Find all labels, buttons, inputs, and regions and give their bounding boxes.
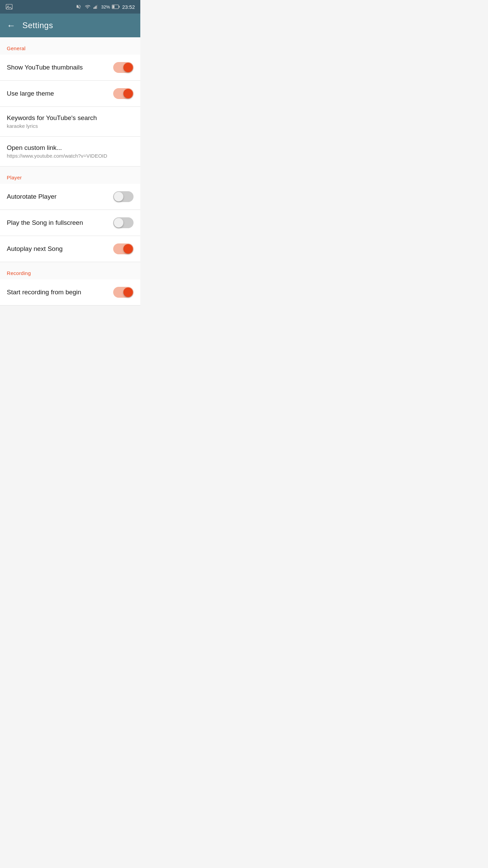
settings-item-open-custom-link[interactable]: Open custom link...https://www.youtube.c… bbox=[0, 137, 140, 166]
svg-rect-3 bbox=[95, 6, 96, 9]
settings-content: GeneralShow YouTube thumbnailsUse large … bbox=[0, 37, 140, 305]
status-bar-right: 32% 23:52 bbox=[75, 4, 135, 10]
item-text-start-recording: Start recording from begin bbox=[7, 289, 113, 296]
item-title-use-large-theme: Use large theme bbox=[7, 90, 113, 97]
app-bar: ← Settings bbox=[0, 14, 140, 37]
mute-icon bbox=[75, 4, 82, 9]
toggle-track-show-thumbnails bbox=[113, 62, 134, 73]
item-title-open-custom-link: Open custom link... bbox=[7, 144, 134, 152]
settings-item-play-fullscreen[interactable]: Play the Song in fullscreen bbox=[0, 210, 140, 236]
app-bar-title: Settings bbox=[22, 21, 53, 30]
item-text-play-fullscreen: Play the Song in fullscreen bbox=[7, 219, 113, 226]
svg-rect-7 bbox=[113, 5, 115, 8]
item-text-use-large-theme: Use large theme bbox=[7, 90, 113, 97]
toggle-track-use-large-theme bbox=[113, 88, 134, 99]
item-title-autoplay-next: Autoplay next Song bbox=[7, 245, 113, 253]
item-text-autorotate-player: Autorotate Player bbox=[7, 193, 113, 200]
item-text-open-custom-link: Open custom link...https://www.youtube.c… bbox=[7, 144, 134, 159]
battery-percentage: 32% bbox=[101, 4, 110, 9]
toggle-thumb-autorotate-player bbox=[114, 192, 123, 201]
svg-rect-8 bbox=[119, 6, 120, 7]
toggle-play-fullscreen[interactable] bbox=[113, 217, 134, 228]
toggle-start-recording[interactable] bbox=[113, 287, 134, 298]
toggle-track-autorotate-player bbox=[113, 191, 134, 202]
item-title-start-recording: Start recording from begin bbox=[7, 289, 113, 296]
settings-item-keywords-search[interactable]: Keywords for YouTube's searchkaraoke lyr… bbox=[0, 107, 140, 137]
toggle-thumb-play-fullscreen bbox=[114, 218, 123, 228]
wifi-icon bbox=[84, 4, 91, 9]
item-title-keywords-search: Keywords for YouTube's search bbox=[7, 114, 134, 122]
section-header-recording: Recording bbox=[0, 262, 140, 279]
item-title-play-fullscreen: Play the Song in fullscreen bbox=[7, 219, 113, 226]
svg-rect-4 bbox=[96, 6, 97, 9]
item-text-keywords-search: Keywords for YouTube's searchkaraoke lyr… bbox=[7, 114, 134, 129]
settings-item-start-recording[interactable]: Start recording from begin bbox=[0, 279, 140, 305]
item-text-show-thumbnails: Show YouTube thumbnails bbox=[7, 64, 113, 71]
photo-icon bbox=[5, 3, 13, 11]
toggle-use-large-theme[interactable] bbox=[113, 88, 134, 99]
section-header-general: General bbox=[0, 37, 140, 55]
toggle-track-autoplay-next bbox=[113, 243, 134, 254]
toggle-autoplay-next[interactable] bbox=[113, 243, 134, 254]
svg-rect-5 bbox=[97, 5, 98, 9]
toggle-thumb-use-large-theme bbox=[123, 89, 133, 98]
toggle-show-thumbnails[interactable] bbox=[113, 62, 134, 73]
toggle-thumb-autoplay-next bbox=[123, 244, 133, 254]
toggle-thumb-show-thumbnails bbox=[123, 63, 133, 72]
settings-item-autorotate-player[interactable]: Autorotate Player bbox=[0, 184, 140, 210]
toggle-thumb-start-recording bbox=[123, 288, 133, 297]
settings-item-show-thumbnails[interactable]: Show YouTube thumbnails bbox=[0, 55, 140, 81]
status-bar: 32% 23:52 bbox=[0, 0, 140, 14]
back-button[interactable]: ← bbox=[7, 20, 16, 31]
toggle-track-play-fullscreen bbox=[113, 217, 134, 228]
item-text-autoplay-next: Autoplay next Song bbox=[7, 245, 113, 253]
svg-point-1 bbox=[7, 6, 9, 7]
item-title-show-thumbnails: Show YouTube thumbnails bbox=[7, 64, 113, 71]
signal-icon bbox=[93, 4, 99, 9]
time-display: 23:52 bbox=[122, 4, 135, 10]
item-title-autorotate-player: Autorotate Player bbox=[7, 193, 113, 200]
settings-item-autoplay-next[interactable]: Autoplay next Song bbox=[0, 236, 140, 262]
item-subtitle-open-custom-link: https://www.youtube.com/watch?v=VIDEOID bbox=[7, 153, 134, 159]
settings-item-use-large-theme[interactable]: Use large theme bbox=[0, 81, 140, 107]
toggle-track-start-recording bbox=[113, 287, 134, 298]
status-bar-left bbox=[5, 3, 73, 11]
toggle-autorotate-player[interactable] bbox=[113, 191, 134, 202]
svg-rect-2 bbox=[94, 7, 95, 9]
battery-icon bbox=[112, 4, 120, 9]
item-subtitle-keywords-search: karaoke lyrics bbox=[7, 123, 134, 129]
section-header-player: Player bbox=[0, 166, 140, 184]
